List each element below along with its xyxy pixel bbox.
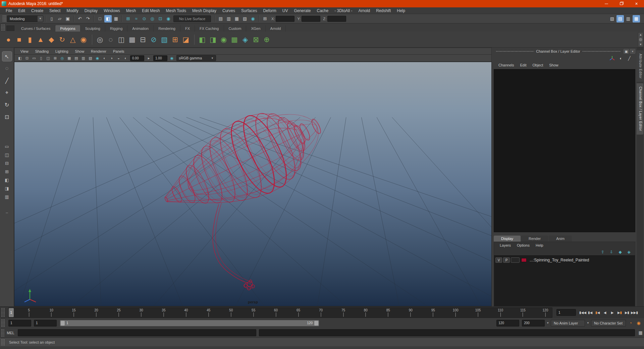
poly-sphere-icon[interactable]: ● — [3, 35, 13, 45]
layout-two-panes-stacked[interactable]: ⊟ — [3, 160, 11, 166]
uv-planar-icon[interactable]: ◧ — [197, 35, 207, 45]
poly-pipe-icon[interactable]: ◉ — [78, 35, 89, 45]
menu-curves[interactable]: Curves — [219, 7, 238, 14]
poly-platonic-icon[interactable]: ◆ — [46, 35, 56, 45]
restore-button[interactable] — [614, 0, 629, 7]
channel-box-toggle[interactable]: ▦ — [633, 15, 640, 22]
mel-label[interactable]: MEL — [7, 331, 14, 335]
create-empty-layer-button[interactable]: ◆ — [618, 249, 623, 255]
axis-tripod-icon[interactable] — [609, 56, 615, 61]
panel-menu-panels[interactable]: Panels — [110, 49, 128, 53]
smooth-preview-icon[interactable]: ◌ — [106, 35, 116, 45]
play-forward-button[interactable]: ▶ — [609, 309, 616, 316]
make-live-icon[interactable]: ◉ — [165, 15, 172, 22]
step-forward-key-button[interactable]: ▶▮ — [616, 309, 623, 316]
layout-hypershade[interactable]: ▥ — [3, 193, 11, 200]
character-set-field[interactable]: No Character Set — [591, 320, 626, 327]
hypershade-icon[interactable]: ◉ — [249, 15, 257, 22]
chevron-down-icon[interactable]: ▼ — [546, 321, 549, 325]
z-coordinate-input[interactable] — [327, 16, 346, 22]
new-scene-icon[interactable]: ▯ — [48, 15, 55, 22]
menu-cache[interactable]: Cache — [314, 7, 331, 14]
multi-cut-icon[interactable]: ⊘ — [149, 35, 159, 45]
ambient-occlusion-icon[interactable]: ◑ — [108, 55, 115, 61]
modeling-toolkit-toggle[interactable]: ▧ — [608, 15, 616, 22]
go-to-end-button[interactable]: ▶▶▮ — [631, 309, 638, 316]
bookmark-icon[interactable]: ▯ — [38, 55, 45, 61]
shelf-grip[interactable] — [1, 24, 5, 31]
live-surface-field[interactable]: No Live Surface — [173, 15, 211, 22]
poly-cone-icon[interactable]: ▲ — [36, 35, 46, 45]
layer-row[interactable]: VP...:Spinning_Toy_Reeled_Painted — [495, 256, 634, 264]
shadows-icon[interactable]: ◐ — [101, 55, 108, 61]
layer-move-up-button[interactable]: ⇧ — [600, 249, 605, 255]
layer-visibility-toggle[interactable]: V — [495, 257, 502, 263]
anti-aliasing-icon[interactable]: ◒ — [115, 55, 122, 61]
layer-color-swatch[interactable] — [521, 258, 527, 262]
side-tab-attribute-editor[interactable]: Attribute Editor — [637, 50, 643, 82]
resolution-gate-icon[interactable]: ▥ — [80, 55, 87, 61]
channel-box-menu-show[interactable]: Show — [546, 62, 561, 68]
undo-icon[interactable]: ↶ — [76, 15, 84, 22]
redo-icon[interactable]: ↷ — [84, 15, 92, 22]
render-frame-icon[interactable]: ▤ — [217, 15, 224, 22]
layout-two-panes-side[interactable]: ◫ — [3, 151, 11, 158]
color-space-dropdown[interactable]: sRGB gamma ▼ — [176, 55, 216, 61]
attribute-editor-toggle[interactable]: ▤ — [616, 15, 624, 22]
panel-menu-show[interactable]: Show — [72, 49, 88, 53]
layer-list[interactable]: VP...:Spinning_Toy_Reeled_Painted — [494, 255, 635, 306]
menu-create[interactable]: Create — [28, 7, 46, 14]
layer-editor-tab-display[interactable]: Display — [494, 236, 521, 242]
paint-select-tool[interactable]: ╱ — [2, 76, 12, 85]
panel-menu-view[interactable]: View — [17, 49, 32, 53]
current-frame-marker[interactable]: 1 — [9, 308, 14, 317]
shelf-selector[interactable] — [6, 26, 14, 31]
close-button[interactable]: × — [629, 0, 644, 7]
menu-generate[interactable]: Generate — [291, 7, 314, 14]
playback-range-bar[interactable]: 1 120 — [60, 320, 319, 326]
snap-curve-icon[interactable]: ≈ — [132, 15, 140, 22]
layer-editor-tab-render[interactable]: Render — [521, 236, 548, 242]
camera-attributes-icon[interactable]: ▭ — [31, 55, 38, 61]
snap-grid-icon[interactable]: ⊞ — [124, 15, 132, 22]
shelf-tab-custom[interactable]: Custom — [224, 25, 247, 32]
x-coordinate-input[interactable] — [276, 16, 294, 22]
range-start-handle[interactable] — [61, 321, 65, 326]
channel-box-menu-channels[interactable]: Channels — [496, 62, 517, 68]
scale-tool[interactable]: ⊡ — [2, 112, 12, 121]
animation-start-field[interactable]: 1 — [8, 320, 31, 327]
menu-arnold[interactable]: Arnold — [356, 7, 373, 14]
menu-mesh-tools[interactable]: Mesh Tools — [163, 7, 189, 14]
menu-3dtoall[interactable]: - 3DtoAll - — [331, 7, 355, 14]
ipr-render-icon[interactable]: ▥ — [225, 15, 232, 22]
shelf-tab-fx[interactable]: FX — [180, 25, 195, 32]
layout-four-panes[interactable]: ⊞ — [3, 168, 11, 175]
panel-menu-renderer[interactable]: Renderer — [88, 49, 110, 53]
poly-helix-icon[interactable]: ↻ — [57, 35, 67, 45]
help-line-grip[interactable] — [1, 339, 5, 346]
anim-preferences-button[interactable]: ◉ — [635, 320, 642, 327]
menu-edit[interactable]: Edit — [15, 7, 28, 14]
menu-edit-mesh[interactable]: Edit Mesh — [139, 7, 163, 14]
gamma-field[interactable]: 1.00 — [153, 55, 167, 61]
step-forward-frame-button[interactable]: ▶▮ — [624, 309, 631, 316]
select-hierarchy-icon[interactable]: □ — [96, 15, 104, 22]
poly-cylinder-icon[interactable]: ▮ — [25, 35, 35, 45]
extrude-icon[interactable]: ⊞ — [170, 35, 180, 45]
menu-deform[interactable]: Deform — [260, 7, 279, 14]
render-settings-icon[interactable]: ▧ — [241, 15, 249, 22]
isolate-select-icon[interactable]: ◎ — [59, 55, 66, 61]
script-editor-button[interactable]: ▦ — [637, 330, 644, 335]
minimize-button[interactable] — [599, 0, 614, 7]
anim-layer-field[interactable]: No Anim Layer — [551, 320, 585, 327]
reduce-icon[interactable]: ▦ — [127, 35, 137, 45]
layer-playback-toggle[interactable]: P — [503, 257, 510, 263]
animation-end-field[interactable]: 200 — [522, 320, 545, 327]
save-scene-icon[interactable]: ▣ — [64, 15, 71, 22]
y-coordinate-input[interactable] — [302, 16, 320, 22]
layout-persp-graph[interactable]: ◨ — [3, 185, 11, 192]
pencil-icon[interactable]: ╱ — [627, 56, 632, 61]
renderer-select-icon[interactable]: ◧ — [16, 55, 23, 61]
default-lighting-icon[interactable]: ◉ — [94, 55, 101, 61]
mel-input-field[interactable] — [18, 329, 256, 336]
